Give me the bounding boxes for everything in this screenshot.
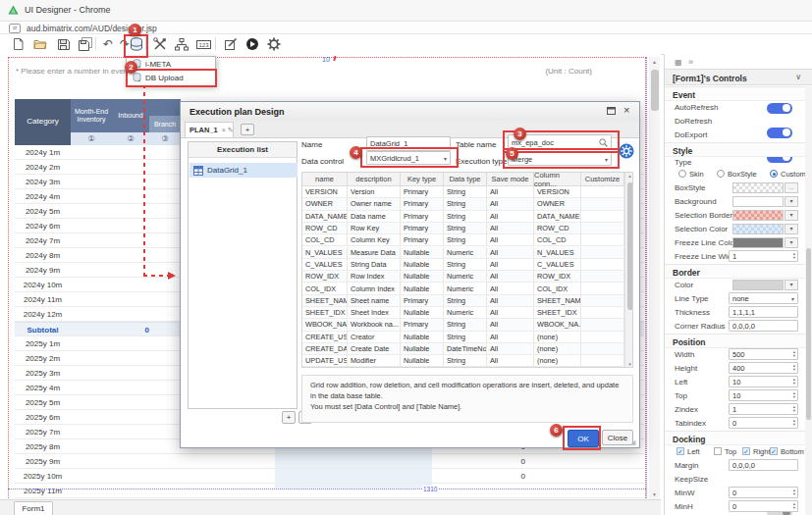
input-margin[interactable]: 0,0,0,0 — [729, 459, 798, 471]
table-cell[interactable]: All — [487, 343, 534, 355]
table-cell[interactable]: ROW_CD — [302, 223, 348, 234]
table-scrollbar[interactable]: ▲▼ — [624, 173, 633, 368]
table-cell[interactable]: Numeric — [444, 247, 487, 259]
table-cell[interactable]: C_VALUES — [302, 259, 348, 271]
input-top[interactable]: 10▴▾ — [729, 389, 798, 401]
input-minw[interactable]: 0▴▾ — [729, 487, 798, 498]
table-cell[interactable]: Row Index — [348, 271, 401, 283]
table-cell[interactable]: Creator — [348, 332, 401, 343]
section-header-border[interactable]: Border — [665, 264, 812, 279]
swatch-picker-button[interactable]: ... — [785, 182, 798, 193]
table-cell[interactable]: String — [444, 332, 487, 343]
table-cell[interactable]: Measure Data — [348, 247, 401, 259]
add-plan-button[interactable]: + — [241, 124, 254, 135]
swatch-picker-button[interactable]: ▾ — [785, 224, 798, 234]
input-width[interactable]: 500▴▾ — [729, 348, 798, 360]
execution-type-select[interactable]: Merge▾ — [508, 152, 612, 166]
plan-settings-gear-icon[interactable] — [619, 143, 634, 159]
table-cell[interactable]: (none) — [534, 343, 581, 355]
table-cell[interactable]: All — [487, 211, 534, 223]
table-cell[interactable]: String — [444, 198, 487, 210]
section-header-docking[interactable]: Docking — [665, 431, 812, 445]
input-left[interactable]: 10▴▾ — [729, 376, 798, 387]
table-cell[interactable]: Numeric — [444, 271, 487, 283]
table-cell[interactable]: All — [487, 283, 534, 294]
search-icon[interactable] — [599, 138, 608, 147]
table-cell[interactable]: Nullable — [401, 355, 444, 367]
spinner-arrows-icon[interactable]: ▴▾ — [793, 378, 795, 386]
table-cell[interactable] — [581, 223, 624, 234]
table-cell[interactable]: All — [487, 295, 534, 307]
table-cell[interactable] — [581, 186, 624, 198]
checkbox-left[interactable]: ✓ — [677, 447, 684, 455]
tab-form1[interactable]: Form1 — [14, 501, 53, 515]
section-header-event[interactable]: Event — [665, 86, 812, 101]
ok-button[interactable]: OK — [568, 430, 599, 447]
table-cell[interactable]: COL_IDX — [302, 283, 348, 294]
swatch-selection-border[interactable] — [732, 210, 784, 221]
table-cell[interactable]: All — [487, 247, 534, 259]
spinner-arrows-icon[interactable]: ▴▾ — [793, 252, 795, 260]
swatch-selection-color[interactable] — [732, 224, 784, 234]
table-cell[interactable]: Nullable — [401, 259, 444, 271]
scroll-down-icon[interactable]: ▼ — [625, 362, 633, 367]
table-cell[interactable]: String Data — [348, 259, 401, 271]
table-cell[interactable]: Column Key — [348, 234, 401, 246]
table-cell[interactable]: Primary — [401, 223, 444, 234]
table-cell[interactable]: SHEET_NAME — [534, 295, 581, 307]
table-cell[interactable] — [581, 271, 624, 283]
new-file-icon[interactable] — [10, 36, 26, 52]
table-cell[interactable]: All — [487, 223, 534, 234]
sitemap-icon[interactable] — [174, 36, 189, 52]
table-cell[interactable]: CREATE_DATE — [302, 343, 348, 355]
scroll-up-icon[interactable]: ▲ — [625, 174, 633, 179]
table-cell[interactable]: Create Date — [348, 343, 401, 355]
table-cell[interactable]: SHEET_IDX — [302, 307, 348, 319]
table-cell[interactable]: String — [444, 186, 487, 198]
table-cell[interactable] — [581, 283, 624, 294]
table-cell[interactable]: String — [444, 355, 487, 367]
table-cell[interactable]: Sheet Index — [348, 307, 401, 319]
table-cell[interactable]: Nullable — [401, 271, 444, 283]
table-cell[interactable] — [581, 355, 624, 367]
swatch-picker-button[interactable]: ▾ — [785, 196, 798, 207]
menu-item-i-meta[interactable]: i-META — [127, 57, 215, 71]
table-cell[interactable]: Numeric — [444, 283, 487, 294]
table-cell[interactable]: ROW_CD — [534, 223, 581, 234]
edit-icon[interactable] — [223, 36, 239, 52]
input-freeze-line-width[interactable]: 1▴▾ — [729, 250, 798, 262]
table-cell[interactable]: OWNER — [302, 198, 348, 210]
table-scrollbar-thumb[interactable] — [627, 182, 633, 310]
spinner-arrows-icon[interactable]: ▴▾ — [793, 419, 795, 427]
table-cell[interactable]: All — [487, 355, 534, 367]
table-cell[interactable]: All — [487, 259, 534, 271]
radio-skin[interactable] — [678, 170, 686, 178]
site-settings-icon[interactable]: ⇄ — [9, 24, 21, 33]
spinner-arrows-icon[interactable]: ▴▾ — [793, 364, 795, 372]
spinner-arrows-icon[interactable]: ▴▾ — [793, 391, 795, 399]
table-cell[interactable]: Primary — [401, 211, 444, 223]
table-cell[interactable]: ROW_IDX — [302, 271, 348, 283]
table-header-3[interactable]: Data type — [444, 173, 487, 186]
swatch-background[interactable] — [732, 196, 784, 207]
table-cell[interactable]: Nullable — [401, 247, 444, 259]
table-header-6[interactable]: Customize — [581, 173, 624, 186]
table-cell[interactable]: N_VALUES — [302, 247, 348, 259]
table-header-2[interactable]: Key type — [401, 173, 444, 186]
table-cell[interactable]: DATA_NAME — [302, 211, 348, 223]
db-upload-icon[interactable] — [129, 36, 144, 52]
table-cell[interactable] — [581, 319, 624, 331]
canvas-scrollbar[interactable]: ▲ ▼ — [649, 57, 660, 499]
table-cell[interactable]: All — [487, 307, 534, 319]
panel-scrollbar[interactable] — [805, 86, 812, 515]
table-cell[interactable]: SHEET_NAME — [302, 295, 348, 307]
swatch-picker-button[interactable]: ▾ — [785, 280, 798, 290]
radio-boxstyle[interactable] — [717, 170, 725, 178]
input-thickness[interactable]: 1,1,1,1 — [729, 306, 798, 318]
table-cell[interactable]: Primary — [401, 186, 444, 198]
scroll-down-icon[interactable]: ▼ — [649, 489, 660, 499]
table-cell[interactable]: String — [444, 223, 487, 234]
table-header-4[interactable]: Save mode — [487, 173, 534, 186]
table-cell[interactable] — [581, 343, 624, 355]
table-header-1[interactable]: description — [348, 173, 401, 186]
